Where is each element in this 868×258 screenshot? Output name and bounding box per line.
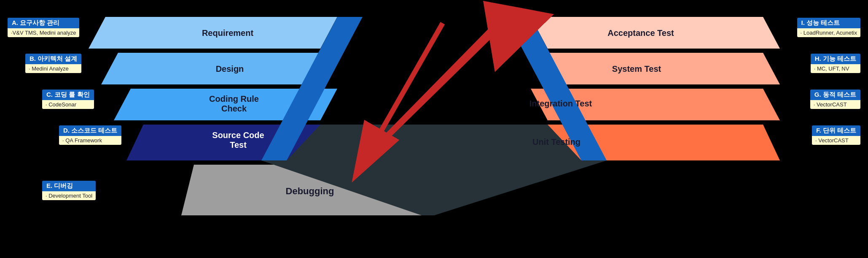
label-A: A. 요구사항 관리 ·V&V TMS, Medini analyze: [8, 18, 79, 37]
requirement-label: Requirement: [202, 28, 254, 38]
label-H-sub: · MC, UFT, NV: [811, 64, 860, 73]
label-I: I. 성능 테스트 · LoadRunner, Acunetix: [797, 18, 860, 37]
label-D-sub: · QA Framework: [59, 136, 121, 145]
debugging-label: Debugging: [286, 186, 334, 196]
label-E-sub: · Development Tool: [42, 191, 96, 200]
label-C-sub: · CodeSonar: [42, 100, 94, 109]
label-B-sub: · Medini Analyze: [25, 64, 81, 73]
label-E-title: E. 디버깅: [42, 181, 96, 191]
system-test-label: System Test: [612, 64, 661, 73]
label-F: F. 단위 테스트 · VectorCAST: [812, 125, 860, 145]
unit-testing-label: Unit Testing: [532, 137, 580, 147]
label-D-title: D. 소스코드 테스트: [59, 125, 121, 136]
label-A-title: A. 요구사항 관리: [8, 18, 79, 28]
integration-test-label: Integration Test: [529, 99, 592, 108]
label-H-title: H. 기능 테스트: [811, 54, 860, 64]
label-B: B. 아키텍처 설계 · Medini Analyze: [25, 54, 81, 73]
label-E: E. 디버깅 · Development Tool: [42, 181, 96, 200]
diagram-svg: Requirement Design Coding Rule Check Sou…: [0, 0, 868, 258]
label-H: H. 기능 테스트 · MC, UFT, NV: [811, 54, 860, 73]
coding-rule-label: Coding Rule: [209, 94, 259, 103]
label-F-sub: · VectorCAST: [812, 136, 860, 145]
label-I-title: I. 성능 테스트: [797, 18, 860, 28]
main-canvas: Requirement Design Coding Rule Check Sou…: [0, 0, 868, 258]
label-C-title: C. 코딩 룰 확인: [42, 90, 94, 100]
label-I-sub: · LoadRunner, Acunetix: [797, 28, 860, 37]
label-C: C. 코딩 룰 확인 · CodeSonar: [42, 90, 94, 109]
source-code-label: Source Code: [212, 130, 264, 140]
label-G-title: G. 동적 테스트: [810, 90, 860, 100]
label-A-sub: ·V&V TMS, Medini analyze: [8, 28, 79, 37]
label-G-sub: · VectorCAST: [810, 100, 860, 109]
coding-rule-label2: Check: [221, 104, 247, 113]
label-D: D. 소스코드 테스트 · QA Framework: [59, 125, 121, 145]
label-G: G. 동적 테스트 · VectorCAST: [810, 90, 860, 109]
label-F-title: F. 단위 테스트: [812, 125, 860, 136]
source-code-label2: Test: [230, 140, 247, 149]
design-label: Design: [216, 64, 244, 73]
acceptance-label: Acceptance Test: [607, 28, 674, 38]
label-B-title: B. 아키텍처 설계: [25, 54, 81, 64]
